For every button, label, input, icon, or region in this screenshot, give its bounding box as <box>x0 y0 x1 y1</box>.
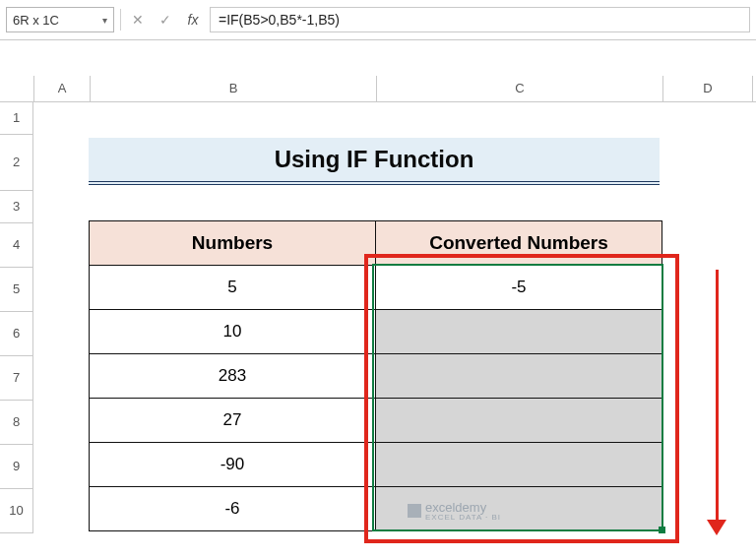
cell-converted[interactable] <box>376 399 662 443</box>
row-headers: 1 2 3 4 5 6 7 8 9 10 <box>0 102 33 533</box>
cell-converted[interactable] <box>376 354 662 399</box>
formula-text: =IF(B5>0,B5*-1,B5) <box>219 12 340 28</box>
select-all-corner[interactable] <box>0 76 34 101</box>
cell-converted[interactable]: -5 <box>376 266 662 310</box>
row-header[interactable]: 10 <box>0 489 33 533</box>
formula-input[interactable]: =IF(B5>0,B5*-1,B5) <box>210 7 750 32</box>
formula-bar: 6R x 1C ▾ ✕ ✓ fx =IF(B5>0,B5*-1,B5) <box>0 0 756 40</box>
cell-numbers[interactable]: -6 <box>90 487 376 531</box>
row-header[interactable]: 8 <box>0 401 33 445</box>
table-row: -6 <box>90 487 662 531</box>
table-row: -90 <box>90 443 662 487</box>
cell-numbers[interactable]: 283 <box>90 354 376 399</box>
row-header[interactable]: 7 <box>0 356 33 401</box>
spreadsheet-grid: A B C D 1 2 3 4 5 6 7 8 9 10 Using IF Fu… <box>0 76 756 533</box>
cell-numbers[interactable]: 27 <box>90 399 376 443</box>
sheet-body[interactable]: Using IF Function Numbers Converted Numb… <box>33 102 748 533</box>
separator <box>120 9 121 31</box>
cell-converted[interactable] <box>376 310 662 354</box>
col-header-a[interactable]: A <box>34 76 91 101</box>
cell-numbers[interactable]: 5 <box>90 266 376 310</box>
cell-numbers[interactable]: 10 <box>90 310 376 354</box>
col-header-d[interactable]: D <box>663 76 753 101</box>
col-header-b[interactable]: B <box>91 76 377 101</box>
cancel-icon[interactable]: ✕ <box>127 9 149 31</box>
header-converted: Converted Numbers <box>376 221 662 266</box>
row-header[interactable]: 6 <box>0 312 33 356</box>
cell-converted[interactable] <box>376 487 662 531</box>
fx-icon[interactable]: fx <box>182 9 204 31</box>
chevron-down-icon[interactable]: ▾ <box>102 15 107 26</box>
row-header[interactable]: 4 <box>0 223 33 268</box>
column-headers: A B C D <box>0 76 756 102</box>
row-header[interactable]: 1 <box>0 102 33 135</box>
name-box-value: 6R x 1C <box>13 13 59 28</box>
table-row: 5 -5 <box>90 266 662 310</box>
row-header[interactable]: 5 <box>0 268 33 312</box>
table-row: 10 <box>90 310 662 354</box>
col-header-c[interactable]: C <box>377 76 663 101</box>
page-title: Using IF Function <box>89 138 660 185</box>
cell-converted[interactable] <box>376 443 662 487</box>
row-header[interactable]: 3 <box>0 191 33 223</box>
row-header[interactable]: 2 <box>0 135 33 191</box>
annotation-arrow-down <box>705 270 728 535</box>
accept-icon[interactable]: ✓ <box>155 9 176 31</box>
data-table: Numbers Converted Numbers 5 -5 10 283 27 <box>89 220 662 531</box>
row-header[interactable]: 9 <box>0 445 33 489</box>
arrow-down-icon <box>707 520 726 535</box>
cell-numbers[interactable]: -90 <box>90 443 376 487</box>
header-numbers: Numbers <box>90 221 376 266</box>
table-header-row: Numbers Converted Numbers <box>90 221 662 266</box>
name-box[interactable]: 6R x 1C ▾ <box>6 7 114 32</box>
table-row: 27 <box>90 399 662 443</box>
table-row: 283 <box>90 354 662 399</box>
